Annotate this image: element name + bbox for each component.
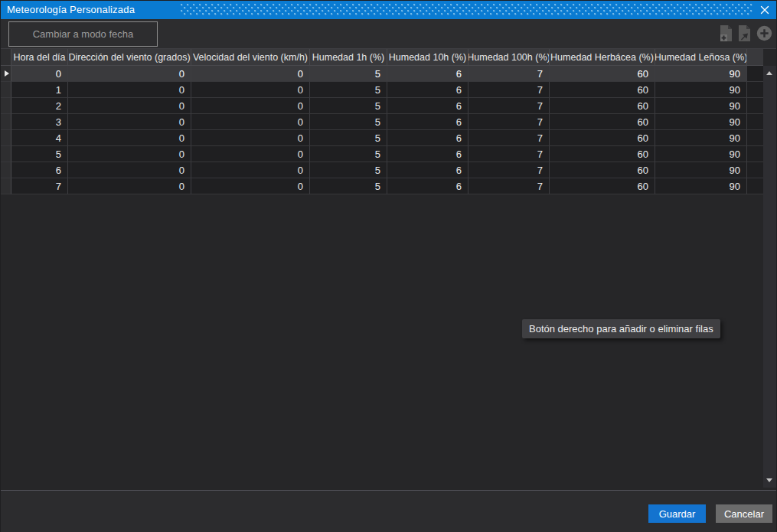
grid-body: 0005676090100567609020056760903005676090… (1, 66, 763, 194)
grid-cell[interactable]: 7 (468, 114, 550, 130)
table-row[interactable]: 4005676090 (1, 130, 763, 146)
grid-cell[interactable]: 0 (68, 162, 191, 178)
grid-cell[interactable]: 60 (550, 178, 655, 194)
grid-cell[interactable]: 90 (655, 82, 747, 98)
row-selector[interactable] (1, 178, 11, 194)
grid-cell[interactable]: 7 (468, 130, 550, 146)
grid-cell[interactable]: 90 (655, 178, 747, 194)
add-icon[interactable] (756, 25, 772, 41)
grid-cell[interactable]: 5 (310, 66, 387, 82)
row-selector[interactable] (1, 162, 11, 178)
column-header-7[interactable]: Humedad Leñosa (%) (655, 49, 747, 66)
grid-cell[interactable]: 6 (387, 178, 468, 194)
table-row[interactable]: 1005676090 (1, 82, 763, 98)
column-header-3[interactable]: Humedad 1h (%) (310, 49, 387, 66)
grid-cell[interactable]: 60 (550, 130, 655, 146)
grid-cell[interactable]: 5 (310, 162, 387, 178)
grid-cell[interactable]: 5 (310, 114, 387, 130)
vertical-scrollbar[interactable] (763, 66, 776, 488)
grid-cell[interactable]: 60 (550, 98, 655, 114)
grid-cell[interactable]: 60 (550, 162, 655, 178)
grid-cell[interactable]: 0 (191, 178, 310, 194)
grid-cell[interactable]: 0 (68, 146, 191, 162)
table-row[interactable]: 0005676090 (1, 66, 763, 82)
grid-cell[interactable]: 90 (655, 162, 747, 178)
table-row[interactable]: 2005676090 (1, 98, 763, 114)
grid-cell[interactable]: 2 (11, 98, 68, 114)
grid-cell[interactable]: 7 (468, 178, 550, 194)
grid-cell[interactable]: 0 (68, 130, 191, 146)
grid-cell[interactable]: 6 (387, 82, 468, 98)
grid-cell[interactable]: 0 (191, 114, 310, 130)
grid-cell[interactable]: 6 (387, 162, 468, 178)
grid-cell[interactable]: 5 (11, 146, 68, 162)
grid-cell[interactable]: 60 (550, 114, 655, 130)
grid-cell[interactable]: 60 (550, 82, 655, 98)
close-button[interactable] (753, 1, 776, 19)
row-selector[interactable] (1, 82, 11, 98)
column-header-1[interactable]: Dirección del viento (grados) (68, 49, 191, 66)
grid-cell[interactable]: 7 (468, 82, 550, 98)
grid-cell[interactable]: 7 (468, 98, 550, 114)
grid-cell[interactable]: 0 (191, 82, 310, 98)
grid-cell[interactable]: 6 (387, 114, 468, 130)
grid-cell[interactable]: 90 (655, 66, 747, 82)
grid-cell[interactable]: 5 (310, 82, 387, 98)
table-row[interactable]: 7005676090 (1, 178, 763, 194)
grid-cell[interactable]: 60 (550, 66, 655, 82)
grid-cell[interactable]: 90 (655, 130, 747, 146)
grid-cell[interactable]: 7 (468, 66, 550, 82)
save-button[interactable]: Guardar (648, 504, 706, 523)
grid-cell[interactable]: 0 (191, 162, 310, 178)
grid-cell[interactable]: 0 (191, 146, 310, 162)
row-selector[interactable] (1, 130, 11, 146)
grid-cell[interactable]: 6 (11, 162, 68, 178)
grid-cell[interactable]: 5 (310, 146, 387, 162)
grid-cell[interactable]: 0 (68, 98, 191, 114)
table-row[interactable]: 5005676090 (1, 146, 763, 162)
grid-cell[interactable]: 0 (191, 130, 310, 146)
grid-cell[interactable]: 6 (387, 98, 468, 114)
grid-cell[interactable]: 4 (11, 130, 68, 146)
row-selector[interactable] (1, 66, 11, 82)
grid-cell[interactable]: 60 (550, 146, 655, 162)
cancel-button[interactable]: Cancelar (716, 504, 772, 523)
import-file-icon[interactable] (738, 25, 751, 41)
grid-cell[interactable]: 7 (468, 146, 550, 162)
grid-cell[interactable]: 5 (310, 130, 387, 146)
grid-cell[interactable]: 0 (68, 178, 191, 194)
toolbar-icons (720, 25, 772, 41)
grid-cell[interactable]: 0 (68, 114, 191, 130)
table-row[interactable]: 3005676090 (1, 114, 763, 130)
column-header-2[interactable]: Velocidad del viento (km/h) (191, 49, 310, 66)
grid-cell[interactable]: 6 (387, 130, 468, 146)
row-selector[interactable] (1, 146, 11, 162)
grid-cell[interactable]: 6 (387, 66, 468, 82)
grid-cell[interactable]: 6 (387, 146, 468, 162)
grid-cell[interactable]: 0 (11, 66, 68, 82)
grid-cell[interactable]: 5 (310, 178, 387, 194)
grid-cell[interactable]: 0 (191, 66, 310, 82)
grid-cell[interactable]: 90 (655, 114, 747, 130)
grid-cell[interactable]: 1 (11, 82, 68, 98)
change-mode-button[interactable]: Cambiar a modo fecha (8, 21, 158, 47)
column-header-5[interactable]: Humedad 100h (%) (468, 49, 550, 66)
row-selector[interactable] (1, 114, 11, 130)
grid-cell[interactable]: 0 (191, 98, 310, 114)
column-header-6[interactable]: Humedad Herbácea (%) (550, 49, 655, 66)
grid-cell[interactable]: 7 (468, 162, 550, 178)
grid-cell[interactable]: 90 (655, 98, 747, 114)
table-row[interactable]: 6005676090 (1, 162, 763, 178)
scroll-down-icon[interactable] (766, 478, 772, 482)
new-file-icon[interactable] (720, 25, 733, 41)
grid-cell[interactable]: 5 (310, 98, 387, 114)
row-selector[interactable] (1, 98, 11, 114)
grid-cell[interactable]: 90 (655, 146, 747, 162)
grid-cell[interactable]: 0 (68, 66, 191, 82)
grid-cell[interactable]: 3 (11, 114, 68, 130)
grid-cell[interactable]: 0 (68, 82, 191, 98)
column-header-4[interactable]: Humedad 10h (%) (387, 49, 468, 66)
grid-cell[interactable]: 7 (11, 178, 68, 194)
column-header-0[interactable]: Hora del día (11, 49, 68, 66)
scroll-up-icon[interactable] (766, 71, 772, 75)
